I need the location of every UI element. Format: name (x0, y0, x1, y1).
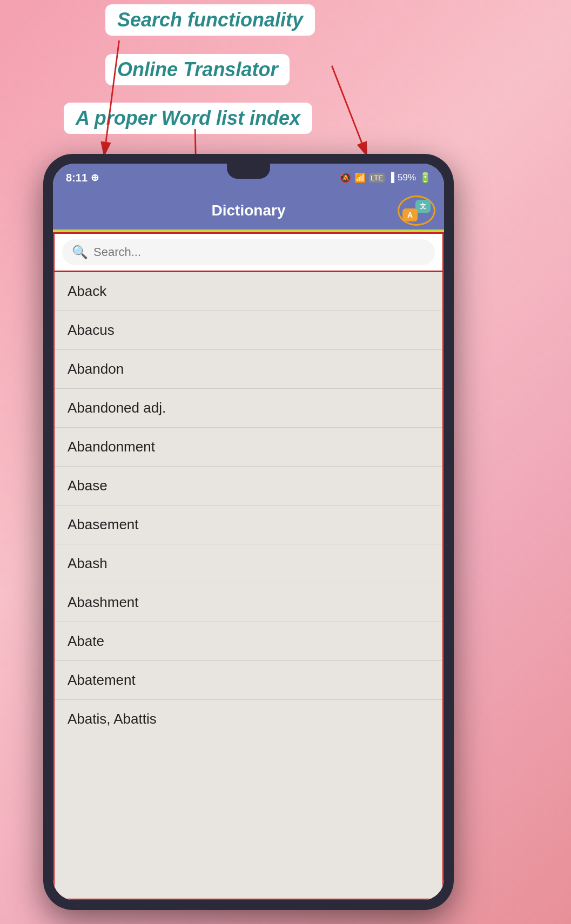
wifi-icon: 📶 (354, 172, 366, 184)
time-display: 8:11 (66, 172, 88, 184)
list-item[interactable]: Abatis, Abattis (55, 700, 442, 738)
translate-icon: 文 A (402, 200, 431, 221)
battery-text: 59% (398, 172, 416, 183)
whatsapp-icon: ⊕ (91, 172, 99, 184)
list-item[interactable]: Abandoned adj. (55, 389, 442, 428)
app-title: Dictionary (212, 202, 286, 219)
list-item[interactable]: Aback (55, 272, 442, 311)
search-container: 🔍 (53, 232, 444, 272)
battery-icon: 🔋 (419, 172, 431, 184)
status-right: 🔕 📶 LTE ▐ 59% 🔋 (340, 172, 431, 184)
online-translator-label: Online Translator (105, 54, 290, 85)
word-list-index-label: A proper Word list index (64, 103, 312, 134)
svg-line-3 (104, 41, 119, 157)
annotation-area: Search functionality Online Translator A… (0, 0, 571, 162)
chinese-icon: 文 (415, 200, 431, 213)
list-item[interactable]: Abacus (55, 311, 442, 350)
mute-icon: 🔕 (340, 172, 351, 184)
app-header: Dictionary 文 A (53, 192, 444, 230)
phone-frame: 8:11 ⊕ 🔕 📶 LTE ▐ 59% 🔋 Dictionary (43, 154, 454, 910)
translate-button[interactable]: 文 A (398, 195, 435, 226)
phone-wrapper: 8:11 ⊕ 🔕 📶 LTE ▐ 59% 🔋 Dictionary (43, 154, 454, 910)
english-icon: A (402, 208, 418, 221)
list-item[interactable]: Abatement (55, 661, 442, 700)
search-functionality-label: Search functionality (105, 4, 315, 36)
list-item[interactable]: Abasement (55, 505, 442, 544)
phone-screen: 8:11 ⊕ 🔕 📶 LTE ▐ 59% 🔋 Dictionary (53, 164, 444, 900)
list-item[interactable]: Abashment (55, 583, 442, 622)
list-item[interactable]: Abash (55, 544, 442, 583)
svg-line-4 (332, 66, 367, 157)
notch (227, 164, 270, 179)
search-input-wrap[interactable]: 🔍 (62, 239, 435, 265)
list-item[interactable]: Abase (55, 467, 442, 505)
search-input[interactable] (93, 245, 425, 259)
word-list: Aback Abacus Abandon Abandoned adj. Aban… (53, 272, 444, 900)
search-icon: 🔍 (72, 245, 88, 260)
list-item[interactable]: Abandon (55, 350, 442, 389)
list-item[interactable]: Abandonment (55, 428, 442, 467)
lte-icon: LTE (369, 173, 385, 183)
arrows-overlay (0, 0, 571, 162)
status-time: 8:11 ⊕ (66, 172, 99, 184)
list-item[interactable]: Abate (55, 622, 442, 661)
signal-icon: ▐ (388, 172, 394, 183)
